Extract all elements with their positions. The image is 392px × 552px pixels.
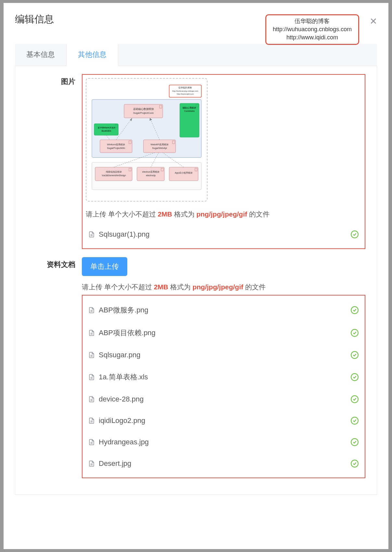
- svg-text:伍华聪的博客: 伍华聪的博客: [178, 86, 192, 89]
- file-name: device-28.png: [99, 395, 144, 403]
- modal-title: 编辑信息: [15, 13, 54, 26]
- file-icon: [88, 439, 95, 446]
- svg-point-62: [351, 396, 358, 403]
- svg-point-59: [351, 374, 358, 381]
- tabs: 基本信息 其他信息: [15, 44, 377, 66]
- modal-header: 编辑信息 伍华聪的博客 http://wuhuacong.cnblogs.com…: [15, 13, 377, 26]
- svg-text:electronjs: electronjs: [146, 174, 156, 177]
- upload-button[interactable]: 单击上传: [82, 257, 127, 276]
- svg-text:Winform应用模块: Winform应用模块: [107, 143, 125, 146]
- check-circle-icon: [350, 351, 359, 359]
- image-row: 图片 伍华聪的博客 http://wuhuacong.cnblogs.com h…: [27, 74, 365, 249]
- doc-file-box: ABP微服务.pngABP项目依赖.pngSqlsugar.png1a.简单表格…: [82, 295, 365, 478]
- doc-label: 资料文档: [27, 257, 75, 269]
- doc-row: 资料文档 单击上传 请上传 单个大小不超过 2MB 格式为 png/jpg/jp…: [27, 257, 365, 478]
- svg-point-71: [351, 460, 358, 467]
- watermark-url2: http://www.iqidi.com: [273, 33, 352, 42]
- edit-modal: 编辑信息 伍华聪的博客 http://wuhuacong.cnblogs.com…: [4, 3, 388, 549]
- svg-rect-36: [161, 168, 163, 171]
- svg-text:纯前端项目模块: 纯前端项目模块: [106, 171, 122, 173]
- doc-file-list: ABP微服务.pngABP项目依赖.pngSqlsugar.png1a.简单表格…: [86, 299, 361, 474]
- svg-point-56: [351, 351, 358, 359]
- doc-upload-area: 单击上传 请上传 单个大小不超过 2MB 格式为 png/jpg/jpeg/gi…: [82, 257, 365, 478]
- svg-text:Vue3&Element/AntDesign: Vue3&Element/AntDesign: [102, 174, 126, 177]
- svg-text:基于Winform开发的: 基于Winform开发的: [98, 126, 115, 129]
- watermark-url1: http://wuhuacong.cnblogs.com: [273, 25, 352, 33]
- image-hint: 请上传 单个大小不超过 2MB 格式为 png/jpg/jpeg/gif 的文件: [86, 210, 361, 219]
- check-circle-icon: [350, 459, 359, 468]
- image-upload-area: 伍华聪的博客 http://wuhuacong.cnblogs.com http…: [82, 74, 365, 249]
- check-circle-icon: [350, 329, 359, 337]
- file-name: Desert.jpg: [99, 459, 131, 468]
- file-item[interactable]: iqidiLogo2.png: [86, 410, 361, 431]
- file-item[interactable]: ABP项目依赖.png: [86, 322, 361, 344]
- svg-point-65: [351, 417, 358, 424]
- file-name: Sqlsugar.png: [99, 351, 140, 359]
- doc-hint: 请上传 单个大小不超过 2MB 格式为 png/jpg/jpeg/gif 的文件: [82, 283, 365, 292]
- file-name: 1a.简单表格.xls: [99, 372, 148, 382]
- svg-point-68: [351, 439, 358, 446]
- svg-text:辅助公用模块: 辅助公用模块: [183, 107, 196, 109]
- svg-text:WebAPI应用模块: WebAPI应用模块: [151, 143, 169, 146]
- image-label: 图片: [27, 74, 75, 86]
- file-item[interactable]: device-28.png: [86, 388, 361, 410]
- svg-rect-14: [115, 125, 117, 127]
- image-thumbnail[interactable]: 伍华聪的博客 http://wuhuacong.cnblogs.com http…: [86, 78, 208, 202]
- svg-rect-22: [172, 141, 175, 144]
- image-file-list: Sqlsugar(1).png: [86, 224, 361, 245]
- check-circle-icon: [350, 438, 359, 446]
- check-circle-icon: [350, 416, 359, 425]
- file-item[interactable]: 1a.简单表格.xls: [86, 366, 361, 388]
- file-name: ABP微服务.png: [99, 305, 148, 315]
- svg-text:http://wuhuacong.cnblogs.com: http://wuhuacong.cnblogs.com: [172, 90, 198, 92]
- file-name: Sqlsugar(1).png: [99, 230, 150, 239]
- svg-text:Commons: Commons: [184, 110, 195, 112]
- file-icon: [88, 374, 95, 381]
- file-item[interactable]: Sqlsugar.png: [86, 344, 361, 366]
- svg-rect-32: [129, 168, 131, 171]
- file-icon: [88, 231, 95, 238]
- check-circle-icon: [350, 373, 359, 381]
- file-item[interactable]: Hydrangeas.jpg: [86, 431, 361, 453]
- file-icon: [88, 307, 95, 314]
- svg-text:http://www.iqidi.com: http://www.iqidi.com: [177, 93, 194, 95]
- svg-text:SugarWebApi: SugarWebApi: [152, 147, 167, 150]
- svg-text:基础核心数据模块: 基础核心数据模块: [133, 108, 154, 111]
- svg-text:SugarProjectWin: SugarProjectWin: [107, 147, 125, 150]
- file-icon: [88, 351, 95, 359]
- file-item[interactable]: Desert.jpg: [86, 453, 361, 474]
- file-name: Hydrangeas.jpg: [99, 438, 149, 446]
- file-icon: [88, 417, 95, 424]
- svg-text:electron应用模块: electron应用模块: [142, 171, 159, 173]
- close-icon[interactable]: ✕: [370, 16, 377, 27]
- file-name: iqidiLogo2.png: [99, 416, 145, 425]
- svg-text:BootUIDx: BootUIDx: [102, 130, 111, 132]
- svg-point-47: [351, 231, 358, 238]
- tab-content: 图片 伍华聪的博客 http://wuhuacong.cnblogs.com h…: [15, 66, 377, 495]
- svg-rect-18: [129, 141, 131, 144]
- svg-rect-40: [195, 168, 197, 171]
- watermark-box: 伍华聪的博客 http://wuhuacong.cnblogs.com http…: [265, 14, 359, 45]
- svg-point-53: [351, 329, 358, 336]
- check-circle-icon: [350, 395, 359, 403]
- file-item[interactable]: ABP微服务.png: [86, 299, 361, 322]
- file-icon: [88, 329, 95, 336]
- svg-text:SugarProjectCore: SugarProjectCore: [133, 112, 154, 114]
- file-icon: [88, 396, 95, 403]
- tab-basic-info[interactable]: 基本信息: [15, 44, 67, 66]
- file-item[interactable]: Sqlsugar(1).png: [86, 224, 361, 245]
- svg-text:App或小程序模块: App或小程序模块: [175, 172, 192, 174]
- check-circle-icon: [350, 230, 359, 239]
- check-circle-icon: [350, 306, 359, 314]
- svg-point-50: [351, 307, 358, 314]
- svg-rect-6: [159, 105, 162, 108]
- file-name: ABP项目依赖.png: [99, 328, 156, 338]
- file-icon: [88, 460, 95, 467]
- watermark-title: 伍华聪的博客: [273, 17, 352, 25]
- diagram-preview: 伍华聪的博客 http://wuhuacong.cnblogs.com http…: [90, 83, 203, 197]
- tab-other-info[interactable]: 其他信息: [67, 44, 118, 66]
